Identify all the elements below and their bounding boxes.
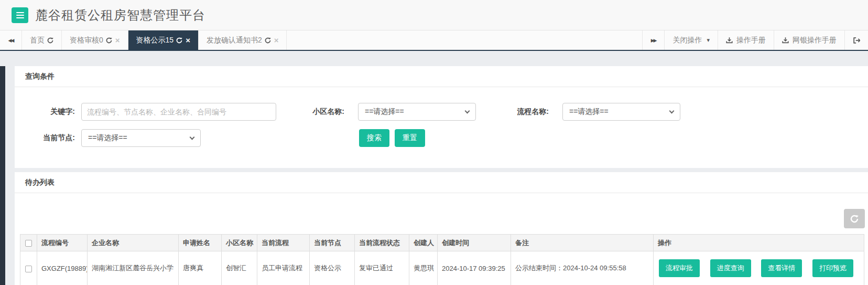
keyword-label: 关键字:	[15, 107, 81, 117]
chevron-down-icon	[465, 108, 470, 113]
cell-process-status: 复审已通过	[355, 251, 409, 285]
cell-current-process: 员工申请流程	[257, 251, 310, 285]
tab-qualification-review[interactable]: 资格审核0 ×	[62, 30, 128, 50]
tab-refresh-icon[interactable]	[176, 37, 182, 44]
tab-refresh-icon[interactable]	[106, 37, 112, 44]
col-current-node: 当前节点	[310, 235, 355, 251]
menu-toggle-button[interactable]	[12, 7, 28, 23]
table-header-row: 流程编号 企业名称 申请姓名 小区名称 当前流程 当前节点 当前流程状态 创建人…	[20, 235, 864, 251]
row-checkbox[interactable]	[25, 266, 32, 272]
app-screen: 麓谷租赁公租房智慧管理平台 ◀◀ 首页 资格审核0 × 资格公示15 × 发放确…	[0, 0, 868, 285]
tab-label: 资格审核0	[70, 36, 103, 45]
collapsed-sidebar	[0, 66, 5, 285]
app-header: 麓谷租赁公租房智慧管理平台	[0, 0, 868, 30]
col-process-no: 流程编号	[37, 235, 88, 251]
view-details-button[interactable]: 查看详情	[761, 259, 802, 277]
reset-button[interactable]: 重置	[395, 129, 425, 147]
chevron-down-icon	[669, 108, 675, 113]
tab-label: 资格公示15	[136, 36, 174, 45]
tab-refresh-icon[interactable]	[265, 37, 271, 44]
tab-label: 首页	[30, 36, 45, 45]
col-current-process: 当前流程	[257, 235, 310, 251]
process-select[interactable]: ==请选择==	[562, 103, 680, 121]
progress-query-button[interactable]: 进度查询	[710, 259, 751, 277]
hamburger-icon	[16, 12, 24, 13]
query-form: 关键字: 小区名称: ==请选择== 流程名称: ==请选择== 当前节点:	[15, 87, 868, 168]
col-remark: 备注	[511, 235, 654, 251]
cell-enterprise: 湖南湘江新区麓谷岳兴小学	[88, 251, 179, 285]
keyword-input[interactable]	[81, 103, 276, 121]
tab-bar: ◀◀ 首页 资格审核0 × 资格公示15 × 发放确认通知书2 × ▶▶ 关闭操…	[0, 30, 868, 51]
tab-close-icon[interactable]: ×	[274, 36, 279, 44]
col-actions: 操作	[654, 235, 864, 251]
todo-panel: 待办列表 流程编号 企业名称 申请姓名	[15, 172, 868, 285]
col-community: 小区名称	[222, 235, 257, 251]
table-row: GXGZF(19889) 湖南湘江新区麓谷岳兴小学 唐爽真 创智汇 员工申请流程…	[20, 251, 864, 285]
double-chevron-right-icon: ▶▶	[651, 38, 656, 43]
caret-down-icon: ▾	[707, 37, 710, 44]
refresh-icon	[850, 215, 859, 223]
print-preview-button[interactable]: 打印预览	[812, 259, 853, 277]
select-all-checkbox[interactable]	[25, 240, 32, 247]
col-enterprise: 企业名称	[88, 235, 179, 251]
close-operations-dropdown[interactable]: 关闭操作 ▾	[664, 30, 718, 50]
search-button[interactable]: 搜索	[359, 129, 389, 147]
download-icon	[782, 37, 789, 44]
process-approval-button[interactable]: 流程审批	[659, 259, 700, 277]
query-panel-title: 查询条件	[15, 66, 868, 87]
cell-process-no: GXGZF(19889)	[37, 251, 88, 285]
tab-label: 发放确认通知书2	[207, 36, 262, 45]
tab-home[interactable]: 首页	[22, 30, 62, 50]
tabs-scroll-left-button[interactable]: ◀◀	[0, 30, 22, 50]
col-process-status: 当前流程状态	[355, 235, 409, 251]
community-label: 小区名称:	[276, 107, 358, 117]
chevron-down-icon	[190, 134, 195, 140]
logout-button[interactable]	[844, 30, 868, 50]
node-select[interactable]: ==请选择==	[81, 129, 201, 147]
download-icon	[726, 37, 733, 44]
main-content: 查询条件 关键字: 小区名称: ==请选择== 流程名称: ==请选择==	[0, 66, 868, 285]
page-title: 麓谷租赁公租房智慧管理平台	[35, 7, 205, 24]
todo-panel-title: 待办列表	[15, 172, 868, 193]
cell-current-node: 资格公示	[310, 251, 355, 285]
col-applicant: 申请姓名	[179, 235, 222, 251]
cell-remark: 公示结束时间：2024-10-24 09:55:58	[511, 251, 654, 285]
tab-close-icon[interactable]: ×	[186, 36, 190, 44]
bank-manual-link[interactable]: 网银操作手册	[774, 30, 844, 50]
tab-qualification-publicity[interactable]: 资格公示15 ×	[128, 30, 199, 50]
sign-out-icon	[853, 37, 860, 44]
operation-manual-link[interactable]: 操作手册	[718, 30, 774, 50]
cell-created-at: 2024-10-17 09:39:25	[438, 251, 511, 285]
table-toolbar	[15, 193, 868, 234]
cell-actions: 流程审批 进度查询 查看详情 打印预览	[654, 251, 864, 285]
tab-bar-spacer	[287, 30, 642, 50]
double-chevron-left-icon: ◀◀	[8, 38, 14, 43]
tabs-scroll-right-button[interactable]: ▶▶	[642, 30, 665, 50]
col-created-at: 创建时间	[438, 235, 511, 251]
refresh-table-button[interactable]	[844, 209, 865, 228]
node-label: 当前节点:	[15, 133, 81, 143]
cell-community: 创智汇	[222, 251, 257, 285]
tab-issue-confirmation-notice[interactable]: 发放确认通知书2 ×	[199, 30, 287, 50]
cell-creator: 黄思琪	[409, 251, 438, 285]
tab-refresh-icon[interactable]	[47, 37, 53, 44]
col-creator: 创建人	[409, 235, 438, 251]
community-select[interactable]: ==请选择==	[358, 103, 476, 121]
cell-applicant: 唐爽真	[179, 251, 222, 285]
todo-table: 流程编号 企业名称 申请姓名 小区名称 当前流程 当前节点 当前流程状态 创建人…	[20, 234, 864, 285]
tab-close-icon[interactable]: ×	[115, 36, 120, 44]
process-label: 流程名称:	[476, 107, 562, 117]
query-panel: 查询条件 关键字: 小区名称: ==请选择== 流程名称: ==请选择==	[15, 66, 868, 168]
